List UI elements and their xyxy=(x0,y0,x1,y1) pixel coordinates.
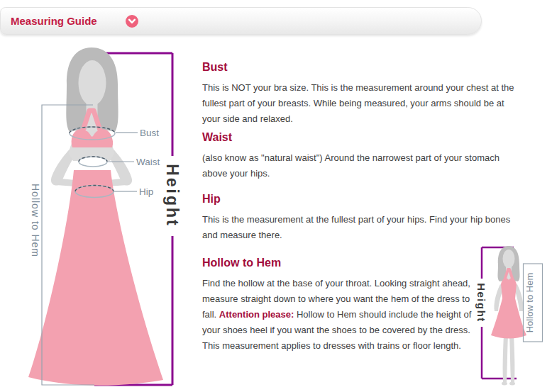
section-heading-hip: Hip xyxy=(202,193,523,206)
height-label-small: Height xyxy=(475,283,487,323)
height-label: Height xyxy=(163,164,182,228)
section-body-waist: (also know as "natural waist") Around th… xyxy=(202,150,516,181)
measuring-guide-header[interactable]: Measuring Guide xyxy=(0,7,482,35)
hip-label: Hip xyxy=(139,186,153,197)
section-heading-bust: Bust xyxy=(202,61,523,74)
dress-skirt xyxy=(28,170,163,386)
woman-figure-small xyxy=(491,246,526,386)
measurement-diagram-small: Hollow to Hem Height xyxy=(468,237,552,392)
hollow-to-hem-label-small: Hollow to Hem xyxy=(524,273,535,333)
woman-figure xyxy=(28,47,163,386)
hollow-to-hem-label: Hollow to Hem xyxy=(30,184,41,257)
bust-label: Bust xyxy=(140,128,159,138)
section-heading-waist: Waist xyxy=(202,131,523,144)
section-waist: Waist (also know as "natural waist") Aro… xyxy=(202,131,523,181)
measurement-diagram-large: Bust Waist Hip Hollow to Hem Height xyxy=(0,39,199,392)
page-title: Measuring Guide xyxy=(11,8,97,34)
section-body-bust: This is NOT your bra size. This is the m… xyxy=(202,80,516,127)
measuring-guide-page: Measuring Guide xyxy=(0,0,552,392)
section-hip: Hip This is the measurement at the fulle… xyxy=(202,193,523,243)
section-body-hollow-to-hem: Find the hollow at the base of your thro… xyxy=(202,276,480,354)
chevron-down-icon[interactable] xyxy=(126,15,138,28)
waist-label: Waist xyxy=(136,157,160,167)
attention-label: Attention please: xyxy=(219,309,294,320)
section-bust: Bust This is NOT your bra size. This is … xyxy=(202,61,523,127)
